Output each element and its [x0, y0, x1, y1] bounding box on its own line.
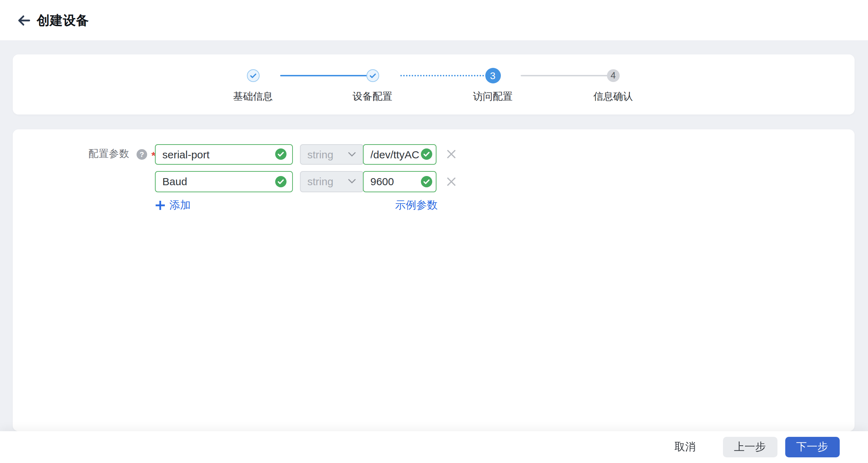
prev-step-button[interactable]: 上一步 — [723, 436, 777, 457]
step-2-label: 设备配置 — [330, 90, 415, 103]
param-row: string — [155, 144, 457, 165]
chevron-down-icon — [348, 152, 355, 157]
remove-row-button[interactable] — [445, 175, 457, 188]
step-3-active-circle: 3 — [485, 68, 500, 83]
param-type-select[interactable]: string — [300, 171, 363, 192]
page-header: 创建设备 — [0, 0, 868, 40]
check-icon — [368, 71, 377, 80]
form-card: 配置参数 ? * string — [13, 129, 854, 431]
chevron-down-icon — [348, 179, 355, 184]
param-name-wrap — [155, 144, 293, 165]
step-connector-3-4 — [520, 75, 613, 76]
help-icon[interactable]: ? — [137, 149, 147, 160]
footer-bar: 取消 上一步 下一步 — [0, 431, 868, 463]
stepper: 3 4 基础信息 设备配置 访问配置 信息确认 — [13, 54, 854, 114]
footer-actions: 取消 上一步 下一步 — [670, 436, 839, 457]
param-value-wrap — [363, 171, 436, 192]
step-3-label: 访问配置 — [450, 90, 535, 103]
close-icon — [446, 177, 456, 187]
page: 创建设备 3 4 基础信息 设备配 — [0, 0, 868, 463]
param-name-input[interactable] — [155, 171, 293, 192]
cancel-button[interactable]: 取消 — [670, 436, 700, 457]
next-step-button[interactable]: 下一步 — [785, 436, 839, 457]
step-number: 4 — [611, 70, 615, 81]
add-param-link[interactable]: 添加 — [155, 198, 191, 212]
param-name-wrap — [155, 171, 293, 192]
plus-icon — [155, 200, 165, 210]
remove-row-button[interactable] — [445, 148, 457, 161]
param-row: string — [155, 171, 457, 192]
field-label: 配置参数 — [88, 148, 129, 161]
param-type-select[interactable]: string — [300, 144, 363, 165]
step-2-done-circle — [366, 69, 379, 82]
step-1-done-circle — [247, 69, 259, 82]
param-name-input[interactable] — [155, 144, 293, 165]
arrow-left-icon — [16, 12, 32, 28]
step-1-label: 基础信息 — [210, 90, 295, 103]
back-button[interactable] — [15, 11, 33, 29]
step-4-label: 信息确认 — [571, 90, 656, 103]
page-title: 创建设备 — [37, 12, 89, 29]
stepper-card: 3 4 基础信息 设备配置 访问配置 信息确认 — [13, 54, 854, 114]
example-params-link[interactable]: 示例参数 — [395, 198, 438, 212]
param-type-value: string — [307, 148, 333, 160]
param-value-input[interactable] — [363, 171, 436, 192]
links-row: 添加 示例参数 — [155, 197, 438, 213]
step-connector-2-3 — [399, 75, 493, 76]
add-param-label: 添加 — [169, 198, 191, 212]
step-number: 3 — [490, 70, 496, 81]
close-icon — [446, 150, 456, 159]
param-type-value: string — [307, 176, 333, 188]
step-4-pending-circle: 4 — [607, 69, 620, 82]
step-connector-1-2 — [280, 75, 371, 76]
check-icon — [249, 71, 257, 80]
param-value-wrap — [363, 144, 436, 165]
field-label-row: 配置参数 ? * — [88, 144, 156, 165]
param-value-input[interactable] — [363, 144, 436, 165]
